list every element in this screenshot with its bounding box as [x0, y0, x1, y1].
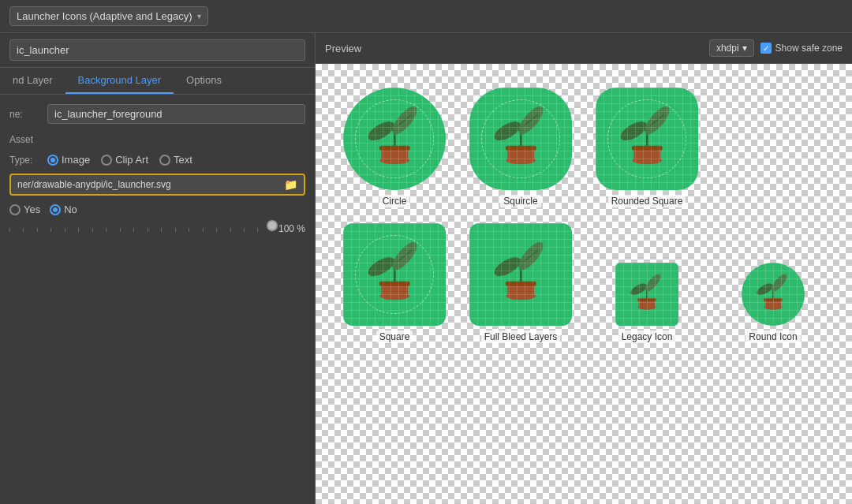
- icon-label-square: Square: [376, 330, 413, 343]
- radio-image-dot: [47, 155, 58, 166]
- grid-overlay-legacy: [615, 263, 678, 326]
- preview-controls: xhdpi ▾ ✓ Show safe zone: [709, 39, 843, 57]
- radio-no-dot: [50, 204, 61, 215]
- icon-label-rounded-square: Rounded Square: [608, 195, 686, 207]
- safe-zone-checkbox[interactable]: ✓ Show safe zone: [760, 43, 843, 54]
- icon-cell-square: Square: [331, 215, 458, 351]
- safe-zone-rounded: [607, 99, 686, 178]
- main-layout: nd Layer Background Layer Options ne: As…: [0, 33, 852, 504]
- tab-background-layer[interactable]: Background Layer: [65, 68, 174, 94]
- grid-overlay-fullbleed: [469, 223, 572, 326]
- safe-zone-square: [355, 235, 434, 314]
- radio-yes-dot: [9, 204, 21, 215]
- icon-cell-full-bleed: Full Bleed Layers: [458, 215, 584, 351]
- icon-type-label: Launcher Icons (Adaptive and Legacy): [17, 10, 192, 22]
- safe-zone-circle: [355, 99, 434, 178]
- tab-options[interactable]: Options: [174, 68, 234, 94]
- icon-cell-rounded-square: Rounded Square: [584, 80, 710, 215]
- dpi-dropdown[interactable]: xhdpi ▾: [709, 39, 754, 57]
- icon-label-squircle: Squircle: [500, 195, 540, 207]
- icon-cell-squircle: Squircle: [458, 80, 584, 215]
- type-field-row: Type: Image Clip Art Text: [9, 154, 305, 166]
- asset-section-label: Asset: [9, 132, 305, 146]
- radio-trim-no[interactable]: No: [50, 203, 77, 215]
- type-radio-group: Image Clip Art Text: [47, 154, 192, 166]
- icon-label-round: Round Icon: [746, 330, 800, 343]
- chevron-down-icon: ▾: [197, 12, 201, 21]
- icon-label-full-bleed: Full Bleed Layers: [481, 330, 561, 343]
- radio-text[interactable]: Text: [159, 154, 192, 166]
- icon-cell-round: Round Icon: [710, 215, 836, 351]
- icon-preview-round: [742, 263, 805, 326]
- radio-clipart-dot: [101, 155, 112, 166]
- icon-preview-full-bleed: [469, 223, 572, 326]
- dpi-value: xhdpi: [716, 43, 739, 54]
- icon-cell-legacy: Legacy Icon: [584, 215, 710, 351]
- folder-icon: 📁: [284, 178, 297, 191]
- top-bar: Launcher Icons (Adaptive and Legacy) ▾: [0, 0, 852, 33]
- preview-title: Preview: [325, 43, 361, 54]
- name-label: ne:: [9, 109, 41, 120]
- left-panel: nd Layer Background Layer Options ne: As…: [0, 33, 316, 504]
- icon-label-legacy: Legacy Icon: [618, 330, 676, 343]
- slider-ticks: [9, 228, 272, 232]
- icon-grid: Circle: [316, 64, 852, 504]
- resize-value: 100 %: [278, 223, 305, 234]
- slider-row: 100 %: [9, 223, 305, 234]
- icon-preview-legacy: [615, 263, 678, 326]
- chevron-dpi-icon: ▾: [742, 43, 747, 54]
- right-panel: Preview xhdpi ▾ ✓ Show safe zone: [316, 33, 852, 504]
- layer-name-input[interactable]: [47, 104, 305, 124]
- icon-type-dropdown[interactable]: Launcher Icons (Adaptive and Legacy) ▾: [9, 6, 208, 26]
- checkbox-icon: ✓: [760, 43, 772, 54]
- radio-trim-yes[interactable]: Yes: [9, 203, 40, 215]
- type-label: Type:: [9, 155, 41, 166]
- name-input-row: [0, 33, 315, 68]
- name-field-row: ne:: [9, 104, 305, 124]
- icon-preview-rounded-square: [596, 88, 698, 190]
- radio-text-dot: [159, 155, 170, 166]
- slider-thumb[interactable]: [267, 220, 278, 231]
- icon-cell-circle: Circle: [331, 80, 458, 215]
- icon-cell-empty: [710, 80, 836, 215]
- radio-image[interactable]: Image: [47, 154, 90, 166]
- file-path-text: ner/drawable-anydpi/ic_launcher.svg: [17, 179, 281, 190]
- launcher-name-input[interactable]: [9, 39, 305, 61]
- file-path-container[interactable]: ner/drawable-anydpi/ic_launcher.svg 📁: [9, 174, 305, 196]
- trim-radio-group: Yes No: [9, 203, 77, 215]
- icon-preview-square: [343, 223, 446, 326]
- preview-header: Preview xhdpi ▾ ✓ Show safe zone: [316, 33, 852, 64]
- radio-clipart[interactable]: Clip Art: [101, 154, 148, 166]
- icon-preview-circle: [343, 88, 446, 190]
- preview-area: Circle: [316, 64, 852, 504]
- tab-foreground-layer[interactable]: nd Layer: [0, 68, 65, 94]
- safe-zone-squircle: [481, 99, 560, 178]
- trim-row: Yes No: [9, 203, 305, 215]
- safe-zone-label: Show safe zone: [775, 43, 843, 54]
- icon-preview-squircle: [469, 88, 572, 190]
- panel-content: ne: Asset Type: Image Clip Art: [0, 95, 315, 244]
- grid-overlay-round: [742, 263, 805, 326]
- tabs: nd Layer Background Layer Options: [0, 68, 315, 95]
- icon-label-circle: Circle: [379, 195, 410, 207]
